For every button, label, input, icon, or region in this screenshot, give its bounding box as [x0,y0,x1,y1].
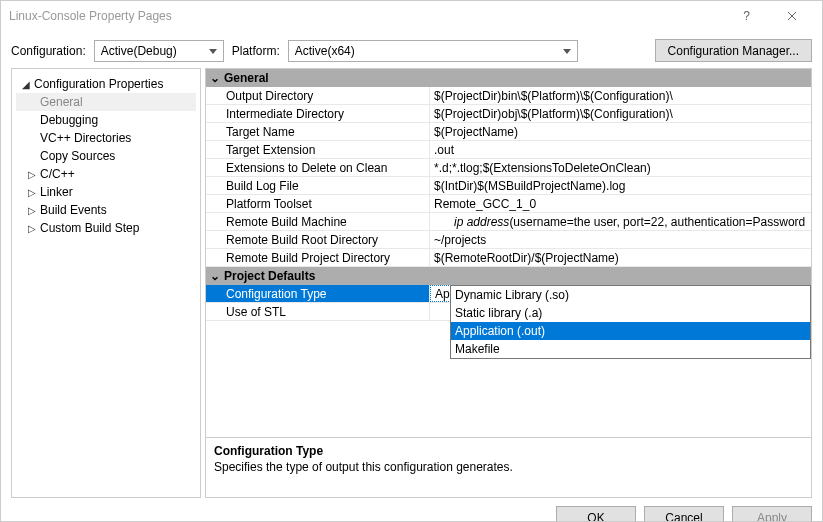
tree-item-label: General [38,95,83,109]
window-title: Linux-Console Property Pages [9,9,724,23]
expand-icon[interactable]: ▷ [26,187,38,198]
collapse-icon[interactable]: ⌄ [210,269,224,283]
property-name: Remote Build Root Directory [206,231,430,248]
tree-item-label: Debugging [38,113,98,127]
ok-button[interactable]: OK [556,506,636,522]
property-name: Target Name [206,123,430,140]
configuration-combobox[interactable]: Active(Debug) [94,40,224,62]
tree-item[interactable]: ▷Linker [16,183,196,201]
property-name: Extensions to Delete on Clean [206,159,430,176]
property-name: Configuration Type [206,285,430,302]
property-row[interactable]: Intermediate Directory$(ProjectDir)obj\$… [206,105,811,123]
property-name: Remote Build Machine [206,213,430,230]
close-button[interactable] [769,1,814,31]
property-row[interactable]: Output Directory$(ProjectDir)bin\$(Platf… [206,87,811,105]
property-row[interactable]: Extensions to Delete on Clean*.d;*.tlog;… [206,159,811,177]
collapse-icon[interactable]: ⌄ [210,71,224,85]
section-general[interactable]: ⌄ General [206,69,811,87]
property-row[interactable]: Remote Build Root Directory~/projects [206,231,811,249]
property-value[interactable]: Remote_GCC_1_0 [430,195,811,212]
nav-tree[interactable]: ◢ Configuration Properties GeneralDebugg… [11,68,201,498]
property-name: Intermediate Directory [206,105,430,122]
close-icon [787,11,797,21]
property-name: Build Log File [206,177,430,194]
tree-item[interactable]: VC++ Directories [16,129,196,147]
collapse-icon[interactable]: ◢ [20,79,32,90]
description-body: Specifies the type of output this config… [214,460,803,474]
property-name: Target Extension [206,141,430,158]
description-title: Configuration Type [214,444,803,458]
configuration-manager-button[interactable]: Configuration Manager... [655,39,812,62]
dropdown-option[interactable]: Makefile [451,340,810,358]
platform-combobox[interactable]: Active(x64) [288,40,578,62]
property-name: Platform Toolset [206,195,430,212]
expand-icon[interactable]: ▷ [26,205,38,216]
dropdown-option[interactable]: Dynamic Library (.so) [451,286,810,304]
config-toolbar: Configuration: Active(Debug) Platform: A… [1,31,822,68]
tree-item[interactable]: General [16,93,196,111]
titlebar: Linux-Console Property Pages ? [1,1,822,31]
property-value[interactable]: $(ProjectName) [430,123,811,140]
property-panel: ⌄ General Output Directory$(ProjectDir)b… [205,68,812,498]
property-row[interactable]: Target Name$(ProjectName) [206,123,811,141]
dialog-footer: OK Cancel Apply [1,498,822,522]
property-value[interactable]: *.d;*.tlog;$(ExtensionsToDeleteOnClean) [430,159,811,176]
tree-item-label: C/C++ [38,167,75,181]
platform-label: Platform: [232,44,280,58]
property-row[interactable]: Platform ToolsetRemote_GCC_1_0 [206,195,811,213]
property-row[interactable]: Build Log File$(IntDir)$(MSBuildProjectN… [206,177,811,195]
property-value[interactable]: $(IntDir)$(MSBuildProjectName).log [430,177,811,194]
tree-item-label: Copy Sources [38,149,115,163]
tree-item[interactable]: ▷Build Events [16,201,196,219]
property-row[interactable]: Remote Build Project Directory$(RemoteRo… [206,249,811,267]
property-grid[interactable]: ⌄ General Output Directory$(ProjectDir)b… [206,69,811,437]
property-value[interactable]: ~/projects [430,231,811,248]
expand-icon[interactable]: ▷ [26,223,38,234]
property-value[interactable]: $(RemoteRootDir)/$(ProjectName) [430,249,811,266]
apply-button[interactable]: Apply [732,506,812,522]
property-name: Use of STL [206,303,430,320]
tree-root[interactable]: ◢ Configuration Properties [16,75,196,93]
tree-item[interactable]: ▷C/C++ [16,165,196,183]
tree-item-label: VC++ Directories [38,131,131,145]
tree-item[interactable]: Debugging [16,111,196,129]
property-row[interactable]: Target Extension.out [206,141,811,159]
property-value[interactable]: .out [430,141,811,158]
help-button[interactable]: ? [724,1,769,31]
tree-item-label: Custom Build Step [38,221,139,235]
property-name: Output Directory [206,87,430,104]
tree-item[interactable]: ▷Custom Build Step [16,219,196,237]
dropdown-option[interactable]: Static library (.a) [451,304,810,322]
expand-icon[interactable]: ▷ [26,169,38,180]
tree-item[interactable]: Copy Sources [16,147,196,165]
property-value[interactable]: $(ProjectDir)obj\$(Platform)\$(Configura… [430,105,811,122]
property-name: Remote Build Project Directory [206,249,430,266]
property-value[interactable]: ip address (username=the user, port=22, … [430,213,811,230]
property-row[interactable]: Remote Build Machine ip address (usernam… [206,213,811,231]
tree-item-label: Build Events [38,203,107,217]
tree-item-label: Linker [38,185,73,199]
config-type-dropdown[interactable]: Dynamic Library (.so)Static library (.a)… [450,285,811,359]
cancel-button[interactable]: Cancel [644,506,724,522]
section-project-defaults[interactable]: ⌄ Project Defaults [206,267,811,285]
configuration-label: Configuration: [11,44,86,58]
description-pane: Configuration Type Specifies the type of… [206,437,811,497]
property-value[interactable]: $(ProjectDir)bin\$(Platform)\$(Configura… [430,87,811,104]
dropdown-option[interactable]: Application (.out) [451,322,810,340]
